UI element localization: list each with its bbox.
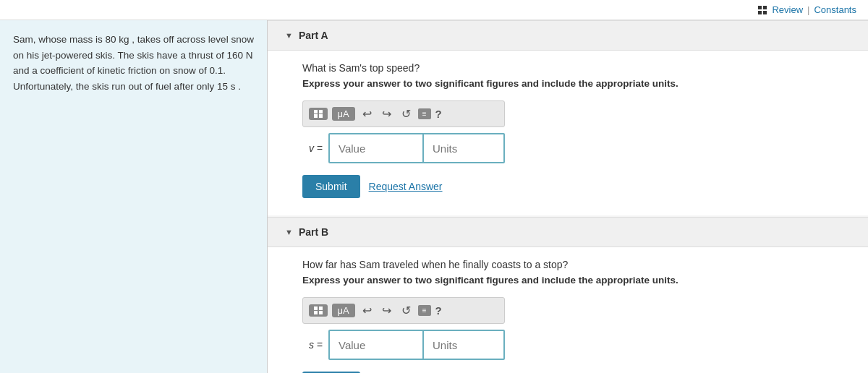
svg-rect-0 [758, 6, 762, 9]
part-b-mu-btn[interactable]: μA [332, 304, 355, 317]
part-b-label: Part B [299, 226, 328, 238]
svg-rect-2 [758, 11, 762, 14]
constants-link[interactable]: Constants [814, 4, 856, 15]
part-a-help-label: ? [435, 108, 442, 120]
separator: | [807, 4, 809, 15]
part-a-body: What is Sam's top speed? Express your an… [268, 51, 868, 215]
part-b-section: ▼ Part B How far has Sam traveled when h… [268, 217, 868, 373]
part-a-redo-btn[interactable]: ↪ [379, 106, 394, 122]
problem-text: Sam, whose mass is 80 kg , takes off acr… [13, 32, 254, 94]
review-icon [757, 5, 767, 15]
part-b-toolbar: μA ↩ ↪ ↺ ≡ ? [302, 297, 505, 324]
part-a-refresh-btn[interactable]: ↺ [399, 106, 414, 122]
part-a-answer-box [328, 133, 505, 163]
part-a-value-input[interactable] [330, 134, 424, 162]
part-a-var-label: v = [302, 142, 323, 154]
part-b-mu-label: μA [338, 305, 349, 316]
part-a-help-btn[interactable]: ? [435, 108, 442, 120]
part-a-keyboard-label: ≡ [422, 110, 427, 118]
part-b-value-input[interactable] [330, 331, 424, 359]
svg-rect-3 [763, 11, 767, 14]
part-a-units-input[interactable] [424, 134, 503, 162]
part-b-keyboard-btn[interactable]: ≡ [418, 305, 431, 316]
part-a-label: Part A [299, 30, 328, 41]
part-b-keyboard-label: ≡ [422, 306, 427, 314]
part-a-header[interactable]: ▼ Part A [268, 20, 868, 51]
part-a-grid-btn[interactable] [309, 108, 328, 121]
part-b-undo-btn[interactable]: ↩ [359, 302, 375, 319]
part-b-body: How far has Sam traveled when he finally… [268, 247, 868, 373]
top-bar: Review | Constants [0, 0, 868, 20]
part-b-help-btn[interactable]: ? [435, 304, 442, 317]
part-a-request-answer-button[interactable]: Request Answer [369, 181, 443, 192]
layout: Sam, whose mass is 80 kg , takes off acr… [0, 20, 868, 373]
part-a-action-row: Submit Request Answer [302, 175, 845, 198]
part-a-grid-icon [314, 110, 323, 119]
part-b-help-label: ? [435, 304, 442, 317]
part-b-grid-icon [314, 306, 323, 315]
part-b-refresh-btn[interactable]: ↺ [399, 302, 414, 319]
problem-sidebar: Sam, whose mass is 80 kg , takes off acr… [0, 20, 268, 373]
part-b-units-input[interactable] [424, 331, 503, 359]
svg-rect-1 [763, 6, 767, 9]
part-a-answer-row: v = [302, 133, 845, 163]
part-b-grid-btn[interactable] [309, 304, 328, 317]
part-a-toolbar: μA ↩ ↪ ↺ ≡ ? [302, 100, 505, 127]
part-b-header[interactable]: ▼ Part B [268, 217, 868, 247]
part-a-mu-label: μA [338, 108, 349, 119]
part-b-question: How far has Sam traveled when he finally… [302, 259, 845, 270]
part-a-section: ▼ Part A What is Sam's top speed? Expres… [268, 20, 868, 215]
part-b-chevron: ▼ [285, 228, 293, 236]
part-a-submit-button[interactable]: Submit [302, 175, 360, 198]
part-a-keyboard-btn[interactable]: ≡ [418, 108, 431, 119]
part-a-instruction: Express your answer to two significant f… [302, 78, 845, 89]
part-a-mu-btn[interactable]: μA [332, 107, 355, 121]
part-a-undo-btn[interactable]: ↩ [359, 106, 375, 122]
review-link[interactable]: Review [772, 4, 803, 15]
part-b-redo-btn[interactable]: ↪ [379, 302, 394, 319]
part-b-answer-box [328, 330, 505, 360]
part-b-var-label: s = [302, 339, 323, 351]
main-content: ▼ Part A What is Sam's top speed? Expres… [268, 20, 868, 373]
part-a-question: What is Sam's top speed? [302, 62, 845, 74]
part-a-chevron: ▼ [285, 31, 293, 40]
part-b-instruction: Express your answer to two significant f… [302, 275, 845, 286]
part-b-answer-row: s = [302, 330, 845, 360]
